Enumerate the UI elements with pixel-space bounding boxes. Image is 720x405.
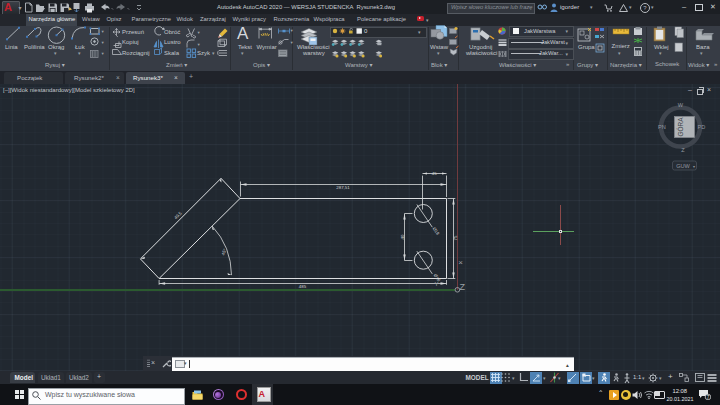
svg-text:×: × xyxy=(458,258,463,267)
svg-text:▾: ▾ xyxy=(102,29,105,34)
svg-text:▾: ▾ xyxy=(198,30,201,35)
svg-text:49,5: 49,5 xyxy=(173,210,183,220)
svg-text:45: 45 xyxy=(432,171,437,176)
svg-text:▾: ▾ xyxy=(102,51,105,56)
svg-text:▾: ▾ xyxy=(291,39,294,44)
svg-text:Z: Z xyxy=(460,282,466,292)
svg-text:485: 485 xyxy=(299,284,307,289)
svg-text:40: 40 xyxy=(400,234,405,239)
svg-text:▾: ▾ xyxy=(102,40,105,45)
svg-text:▾: ▾ xyxy=(291,28,294,33)
svg-text:287,51: 287,51 xyxy=(336,185,350,190)
svg-text:Y: Y xyxy=(435,281,439,287)
svg-text:75: 75 xyxy=(453,235,458,240)
svg-text:Ø18: Ø18 xyxy=(432,226,441,236)
svg-text:▾: ▾ xyxy=(198,42,201,47)
